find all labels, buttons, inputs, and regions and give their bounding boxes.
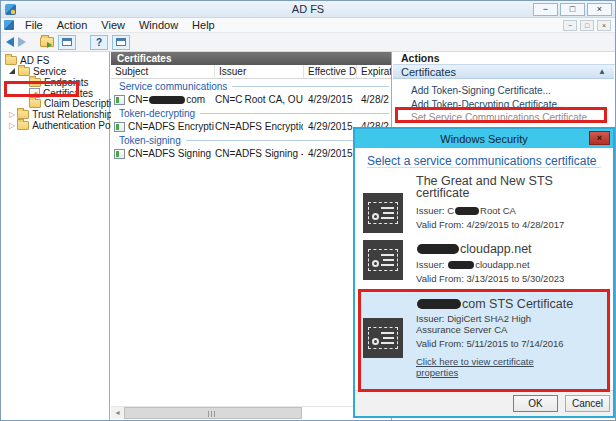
maximize-button[interactable]: □ bbox=[560, 3, 585, 16]
dialog-heading: Select a service communications certific… bbox=[367, 154, 601, 168]
cert-row-token-signing[interactable]: CN=ADFS Signing - sts.cgi... CN=ADFS Sig… bbox=[111, 147, 391, 160]
back-icon[interactable] bbox=[6, 37, 14, 47]
redaction bbox=[448, 261, 474, 269]
folder-icon bbox=[18, 67, 30, 76]
child-restore-button[interactable]: □ bbox=[580, 20, 594, 31]
divider bbox=[367, 167, 601, 168]
toolbar: ? bbox=[1, 33, 615, 52]
dialog-footer: OK Cancel bbox=[355, 390, 613, 416]
annotation-box-tree-certificates bbox=[4, 81, 79, 97]
window-title: AD FS bbox=[1, 3, 615, 15]
column-header-row: Subject Issuer Effective Date Expirat bbox=[111, 65, 391, 79]
cert-row-service-communications[interactable]: CN=com CN=CRoot CA, OU... 4/29/2015 4/28… bbox=[111, 93, 391, 106]
redaction bbox=[417, 244, 459, 254]
scrollbar-thumb[interactable] bbox=[124, 407, 302, 419]
collapsed-arrow-icon[interactable]: ▷ bbox=[9, 110, 15, 119]
certificates-list-panel: Certificates Subject Issuer Effective Da… bbox=[111, 52, 392, 420]
help-icon: ? bbox=[96, 37, 102, 48]
folder-icon bbox=[5, 56, 17, 65]
new-window-button[interactable] bbox=[112, 35, 130, 50]
menu-file[interactable]: File bbox=[18, 19, 50, 31]
scroll-left-icon[interactable]: ◄ bbox=[111, 407, 124, 419]
console-tree: AD FS Service Endpoints Certificates Cla… bbox=[1, 52, 110, 420]
ok-button[interactable]: OK bbox=[513, 395, 558, 412]
console-icon bbox=[4, 20, 14, 30]
expanded-arrow-icon[interactable] bbox=[9, 68, 15, 74]
folder-icon bbox=[17, 110, 29, 119]
folder-icon bbox=[17, 121, 29, 130]
window-icon bbox=[116, 38, 126, 46]
dialog-title: Windows Security bbox=[440, 133, 527, 145]
horizontal-scrollbar[interactable]: ◄ bbox=[111, 406, 391, 419]
menu-action[interactable]: Action bbox=[50, 19, 95, 31]
minimize-button[interactable]: − bbox=[533, 3, 558, 16]
collapse-icon[interactable]: ▲ bbox=[598, 67, 606, 76]
adfs-window: AD FS − □ × File Action View Window Help… bbox=[0, 0, 616, 421]
forward-icon[interactable] bbox=[18, 37, 26, 47]
annotation-box-set-service-action bbox=[395, 107, 607, 123]
cancel-button[interactable]: Cancel bbox=[565, 395, 610, 412]
folder-icon bbox=[29, 99, 41, 108]
group-service-communications: Service communications bbox=[111, 80, 389, 92]
menu-view[interactable]: View bbox=[94, 19, 132, 31]
dialog-close-button[interactable]: × bbox=[589, 131, 610, 145]
column-expiration[interactable]: Expirat bbox=[357, 65, 392, 79]
close-button[interactable]: × bbox=[587, 3, 612, 16]
dialog-title-bar: Windows Security × bbox=[355, 129, 613, 148]
certificate-icon bbox=[114, 149, 125, 159]
child-close-button[interactable]: × bbox=[597, 20, 611, 31]
column-issuer[interactable]: Issuer bbox=[215, 65, 304, 79]
title-bar: AD FS − □ × bbox=[1, 1, 615, 18]
certificate-icon bbox=[363, 240, 403, 280]
certificate-icon bbox=[114, 122, 125, 132]
certificate-icon bbox=[363, 193, 403, 233]
list-panel-title: Certificates bbox=[111, 52, 391, 65]
window-icon bbox=[62, 38, 72, 46]
actions-section-certificates[interactable]: Certificates ▲ bbox=[393, 64, 614, 79]
menu-window[interactable]: Window bbox=[132, 19, 185, 31]
menu-bar: File Action View Window Help − □ × bbox=[1, 18, 615, 33]
collapsed-arrow-icon[interactable]: ▷ bbox=[9, 121, 15, 130]
column-subject[interactable]: Subject bbox=[111, 65, 215, 79]
help-button[interactable]: ? bbox=[90, 35, 108, 50]
column-effective-date[interactable]: Effective Date bbox=[304, 65, 357, 79]
show-console-tree-button[interactable] bbox=[58, 35, 76, 50]
certificate-icon bbox=[114, 95, 125, 105]
cert-row-token-decrypting[interactable]: CN=ADFS Encryption - sts... CN=ADFS Encr… bbox=[111, 120, 391, 133]
action-add-token-signing[interactable]: Add Token-Signing Certificate... bbox=[411, 85, 551, 97]
group-token-decrypting: Token-decrypting bbox=[111, 107, 389, 119]
group-token-signing: Token-signing bbox=[111, 134, 389, 146]
export-folder-icon[interactable] bbox=[40, 37, 54, 47]
redaction bbox=[149, 96, 185, 104]
redaction bbox=[455, 207, 479, 215]
child-minimize-button[interactable]: − bbox=[563, 20, 577, 31]
annotation-box-selected-certificate bbox=[358, 289, 610, 392]
menu-help[interactable]: Help bbox=[185, 19, 222, 31]
